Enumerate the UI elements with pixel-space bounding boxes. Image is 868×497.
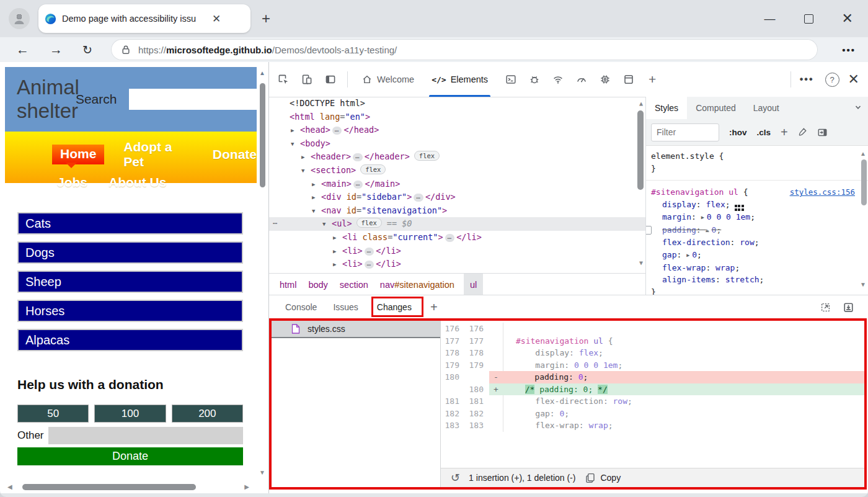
lock-icon[interactable] — [120, 43, 132, 56]
css-property[interactable]: flex-direction: row; — [651, 236, 864, 249]
expand-arrow-icon[interactable]: ▶ — [333, 231, 342, 245]
devtools-close-icon[interactable]: ✕ — [848, 71, 859, 87]
dom-row[interactable]: ▼<nav id="sitenavigation"> — [269, 204, 645, 218]
tab-elements[interactable]: </> Elements — [423, 62, 497, 97]
dom-row[interactable]: ▼<section>flex — [269, 164, 645, 177]
scroll-left-icon[interactable]: ◀ — [7, 483, 12, 490]
scroll-right-icon[interactable]: ▶ — [244, 483, 249, 490]
dom-row[interactable]: ▶<div id="sidebar">…</div> — [269, 190, 645, 204]
css-property[interactable]: align-items: stretch; — [651, 274, 864, 286]
category-button[interactable]: Sheep — [17, 271, 243, 293]
css-property[interactable]: padding: ▶0; — [651, 224, 864, 237]
inspect-icon[interactable] — [274, 70, 293, 89]
browser-menu-icon[interactable]: ••• — [842, 45, 856, 55]
expand-arrow-icon[interactable]: ▼ — [312, 205, 321, 218]
browser-tab[interactable]: Demo page with accessibility issu ✕ — [38, 4, 250, 33]
copy-button[interactable]: Copy — [585, 473, 621, 483]
breadcrumb-item[interactable]: body — [307, 274, 329, 295]
expand-arrow-icon[interactable]: ▶ — [312, 191, 321, 205]
tab-layout[interactable]: Layout — [745, 97, 788, 119]
scrollbar-thumb[interactable] — [22, 484, 196, 490]
dom-row[interactable]: ▶<head>…</head> — [269, 123, 645, 137]
styles-filter-input[interactable] — [651, 123, 719, 141]
dom-row[interactable]: ▶<li>…</li> — [269, 257, 645, 271]
memory-icon[interactable] — [596, 70, 614, 89]
application-icon[interactable] — [619, 70, 638, 89]
page-vertical-scrollbar[interactable]: ▲ ▼ — [257, 67, 268, 477]
category-button[interactable]: Alpacas — [17, 329, 243, 351]
site-nav-link[interactable]: Adopt a Pet — [123, 140, 193, 169]
expand-arrow-icon[interactable]: ▶ — [291, 124, 300, 138]
bug-icon[interactable] — [525, 70, 544, 89]
revert-icon[interactable]: ↻ — [451, 471, 460, 485]
expand-arrow-icon[interactable]: ▼ — [301, 164, 311, 178]
pseudo-state-toggle[interactable]: :hov — [729, 128, 747, 137]
scrollbar-thumb[interactable] — [260, 83, 265, 187]
category-button[interactable]: Dogs — [17, 241, 243, 264]
dom-row[interactable]: ▶<li class="current">…</li> — [269, 231, 645, 244]
site-nav-link[interactable]: Home — [52, 145, 104, 164]
expand-arrow-icon[interactable]: ▶ — [333, 245, 342, 259]
scroll-up-icon[interactable]: ▲ — [259, 69, 265, 76]
tab-computed[interactable]: Computed — [687, 97, 745, 119]
site-nav-link[interactable]: About Us — [108, 175, 166, 190]
class-toggle[interactable]: .cls — [757, 128, 771, 137]
expand-arrow-icon[interactable]: ▶ — [312, 178, 321, 192]
dom-row[interactable]: ⋯▼<ul>flex== $0 — [269, 217, 645, 231]
search-input[interactable] — [129, 89, 259, 110]
tab-styles[interactable]: Styles — [646, 97, 687, 119]
breadcrumb-item[interactable]: nav#sitenavigation — [379, 274, 456, 295]
reload-button[interactable]: ↻ — [82, 43, 92, 57]
device-emulation-icon[interactable] — [298, 70, 316, 89]
breadcrumb-item[interactable]: html — [278, 274, 298, 295]
collapsed-content-icon[interactable]: … — [353, 181, 363, 189]
rendering-brush-icon[interactable] — [797, 127, 808, 138]
dom-row[interactable]: ▶<header>…</header>flex — [269, 150, 645, 164]
new-tab-button[interactable]: + — [262, 10, 270, 27]
tab-issues[interactable]: Issues — [333, 302, 358, 312]
scrollbar-thumb[interactable] — [861, 159, 867, 205]
breadcrumb-item[interactable]: section — [339, 274, 370, 295]
category-button[interactable]: Horses — [17, 300, 243, 322]
activity-bar-icon[interactable] — [321, 70, 340, 89]
profile-avatar-icon[interactable] — [9, 8, 30, 29]
property-checkbox[interactable] — [645, 226, 652, 235]
scroll-down-icon[interactable]: ▼ — [860, 281, 866, 288]
address-bar[interactable]: https://microsoftedge.github.io/Demos/de… — [111, 39, 818, 60]
undock-drawer-icon[interactable] — [820, 302, 831, 313]
devtools-menu-icon[interactable]: ••• — [800, 74, 814, 85]
window-minimize-button[interactable]: — — [764, 12, 776, 25]
expand-arrow-icon[interactable]: ▶ — [301, 151, 311, 164]
collapsed-content-icon[interactable]: … — [365, 248, 374, 256]
collapsed-content-icon[interactable]: … — [365, 261, 374, 269]
flex-editor-icon[interactable] — [735, 205, 744, 211]
element-style-rule[interactable]: element.style { } — [646, 146, 868, 180]
donate-button[interactable]: Donate — [17, 447, 243, 465]
help-icon[interactable]: ? — [825, 73, 839, 87]
chevron-down-icon[interactable] — [854, 103, 862, 114]
collapsed-content-icon[interactable]: … — [332, 127, 342, 135]
breadcrumb-item[interactable]: ul — [464, 274, 483, 295]
category-button[interactable]: Cats — [17, 212, 243, 235]
css-selector[interactable]: #sitenavigation ul — [651, 187, 738, 197]
site-nav-link[interactable]: Jobs — [57, 175, 87, 190]
console-tool-icon[interactable] — [502, 70, 520, 89]
css-property[interactable]: margin: ▶0 0 0 1em; — [651, 211, 864, 224]
expand-arrow-icon[interactable]: ▼ — [291, 138, 300, 151]
amount-button[interactable]: 100 — [94, 405, 166, 423]
site-nav-link[interactable]: Donate — [213, 147, 257, 162]
back-button[interactable]: ← — [16, 42, 29, 57]
collapsed-content-icon[interactable]: … — [414, 194, 423, 202]
new-style-rule-icon[interactable]: + — [781, 125, 788, 140]
stylesheet-link[interactable]: styles.css:156 — [790, 186, 855, 199]
performance-icon[interactable] — [572, 70, 591, 89]
collapsed-content-icon[interactable]: … — [353, 153, 363, 161]
dom-row[interactable]: ▶<li>…</li> — [269, 244, 645, 258]
network-icon[interactable] — [549, 70, 567, 89]
amount-button[interactable]: 200 — [172, 405, 243, 423]
collapsed-content-icon[interactable]: … — [445, 234, 455, 242]
changed-file-item[interactable]: styles.css — [272, 321, 440, 338]
other-amount-input[interactable] — [48, 427, 243, 444]
window-maximize-button[interactable] — [804, 14, 813, 24]
dom-row[interactable]: <html lang="en"> — [269, 110, 645, 124]
